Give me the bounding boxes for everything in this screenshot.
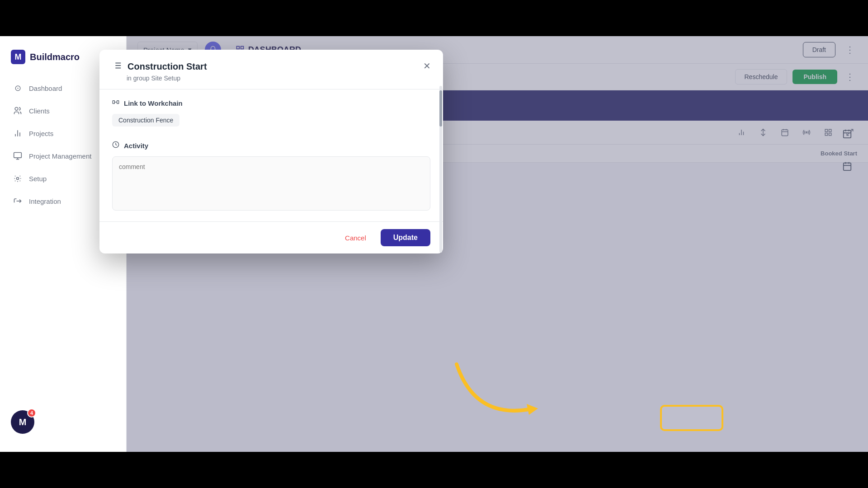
workchain-label: Link to Workchain [124, 99, 183, 107]
workchain-tag: Construction Fence [112, 114, 179, 127]
workchain-section-title: Link to Workchain [112, 99, 430, 108]
activity-section-title: Activity [112, 141, 430, 150]
workchain-icon [112, 99, 119, 108]
modal-title: Construction Start [127, 61, 207, 72]
sidebar-item-label: Integration [29, 197, 61, 205]
svg-rect-42 [113, 101, 114, 104]
notification-badge: 4 [27, 408, 36, 418]
modal-title-icon [112, 61, 122, 73]
sidebar-item-label: Projects [29, 130, 53, 137]
avatar-container[interactable]: M 4 [11, 410, 34, 434]
modal-scroll-thumb [439, 90, 442, 127]
integration-icon [13, 196, 23, 206]
logo-text: Buildmacro [30, 52, 80, 62]
main-content: Project Name ▾ DASHBOARD Draft ⋮ Resched… [127, 36, 868, 452]
projects-icon [13, 128, 23, 138]
modal-subtitle: in group Site Setup [127, 75, 430, 82]
dashboard-icon: ⊙ [13, 83, 23, 93]
modal-title-row: Construction Start [112, 61, 430, 73]
clients-icon [13, 106, 23, 116]
modal-close-button[interactable]: ✕ [420, 59, 434, 73]
sidebar-item-label: Dashboard [29, 84, 62, 92]
update-button[interactable]: Update [381, 229, 430, 246]
svg-rect-43 [117, 101, 119, 104]
svg-point-0 [15, 108, 18, 111]
cancel-button[interactable]: Cancel [336, 230, 375, 246]
modal-header: Construction Start in group Site Setup ✕ [99, 50, 443, 89]
comment-textarea[interactable] [112, 156, 430, 211]
sidebar-item-label: Project Management [29, 152, 91, 160]
logo-icon: M [11, 50, 25, 64]
activity-icon [112, 141, 119, 150]
sidebar-item-label: Clients [29, 107, 50, 115]
setup-icon [13, 174, 23, 183]
activity-label: Activity [124, 142, 148, 150]
svg-point-7 [17, 178, 19, 180]
sidebar-item-label: Setup [29, 175, 47, 183]
modal-body: Link to Workchain Construction Fence Act… [99, 89, 443, 221]
modal-footer: Cancel Update [99, 221, 443, 253]
activity-section: Activity [112, 141, 430, 212]
project-management-icon [13, 151, 23, 161]
svg-rect-4 [14, 153, 22, 158]
sidebar-bottom: M 4 [0, 401, 126, 443]
modal-dialog: Construction Start in group Site Setup ✕… [99, 50, 443, 253]
modal-scrollbar[interactable] [439, 86, 442, 253]
